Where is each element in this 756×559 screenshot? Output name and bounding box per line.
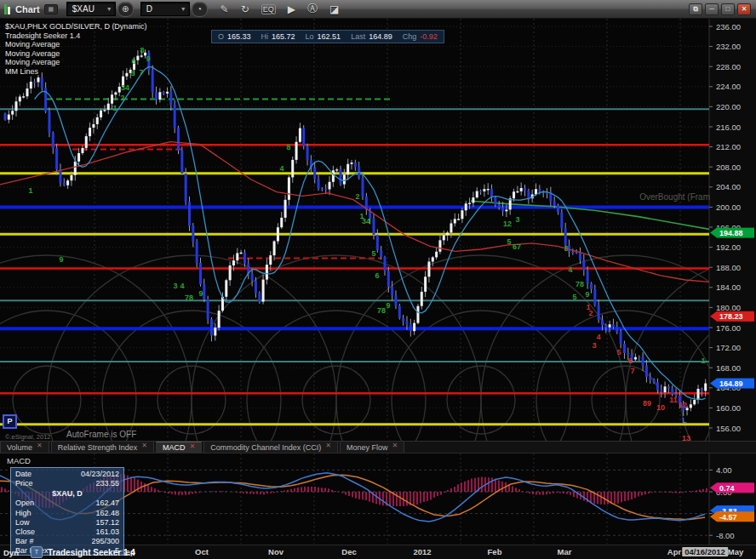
- tab-close-icon[interactable]: ✕: [190, 442, 196, 450]
- tab-volume[interactable]: Volume✕: [0, 442, 49, 453]
- time-label-oct: Oct: [195, 547, 209, 556]
- count-annotation: 10: [656, 403, 665, 412]
- legend-line-2[interactable]: Moving Average: [5, 40, 146, 49]
- svg-text:164.89: 164.89: [719, 379, 743, 388]
- price-tick-label: 232.00: [716, 42, 741, 51]
- quote-info-strip: O165.33Hi165.72Lo162.51Last164.89Chg-0.9…: [211, 30, 444, 43]
- price-tick-label: 208.00: [716, 163, 741, 172]
- count-annotation: 6: [627, 357, 632, 365]
- price-tick-label: 224.00: [716, 82, 741, 91]
- dw-label: Low: [15, 518, 30, 528]
- price-tag: 0.74: [710, 482, 754, 493]
- time-label-apr: Apr: [667, 547, 681, 556]
- tab-money-flow[interactable]: Money Flow✕: [340, 442, 404, 453]
- info-value: -0.92: [420, 32, 438, 41]
- price-tick-label: 236.00: [716, 22, 741, 31]
- count-annotation: 5: [371, 249, 375, 258]
- data-window-title: $XAU, D: [15, 488, 119, 499]
- price-tick-label: 212.00: [716, 142, 741, 151]
- count-annotation: 3: [515, 215, 519, 224]
- count-annotation: 5: [507, 237, 511, 246]
- tab-commodity-channel-index-cci-[interactable]: Commodity Channel Index (CCI)✕: [203, 442, 338, 453]
- count-annotation: 78: [185, 294, 193, 302]
- dw-label: Open: [15, 499, 34, 508]
- svg-text:178.23: 178.23: [719, 312, 743, 321]
- tab-label: Money Flow: [346, 443, 388, 452]
- count-annotation: 2: [120, 94, 124, 102]
- info-value: 165.33: [227, 32, 251, 41]
- info-label: Chg: [403, 32, 417, 41]
- study-legend[interactable]: $XAU,PHLX GOLD/SILVER, D (Dynamic)Trades…: [5, 22, 146, 77]
- main-chart-bg[interactable]: [0, 19, 756, 441]
- dw-value: 04/23/2012: [81, 470, 119, 479]
- overbought-label: OverBought (Fram: [587, 192, 710, 202]
- tab-macd[interactable]: MACD✕: [156, 442, 202, 453]
- indicator-tabs: Volume✕Relative Strength Index✕MACD✕Comm…: [0, 441, 756, 453]
- count-annotation: 67: [513, 242, 521, 251]
- count-annotation: 3: [592, 341, 596, 350]
- info-value: 162.51: [318, 32, 341, 41]
- count-annotation: 9: [386, 301, 390, 310]
- info-value: 164.89: [369, 32, 392, 41]
- count-annotation: 34: [121, 83, 129, 92]
- time-label-may: May: [728, 547, 743, 556]
- dw-label: High: [15, 509, 32, 518]
- count-annotation: 1: [701, 357, 705, 365]
- tab-close-icon[interactable]: ✕: [37, 442, 43, 449]
- dw-value: 161.03: [95, 528, 119, 537]
- count-annotation: 8: [286, 143, 290, 151]
- time-label-nov: Nov: [268, 547, 284, 556]
- price-tick-label: 188.00: [716, 263, 741, 272]
- price-tick-label: 168.00: [716, 363, 741, 373]
- esignal-copyright: ©.eSignal, 2012: [5, 433, 50, 441]
- data-window-row: Date04/23/2012: [15, 470, 119, 479]
- count-annotation: 9: [585, 290, 589, 299]
- tab-close-icon[interactable]: ✕: [325, 442, 331, 449]
- status-bar: Dyn T Tradesight Seeker 1.4: [3, 546, 135, 558]
- price-tick-label: 204.00: [716, 182, 741, 191]
- price-tick-label: 156.00: [716, 424, 741, 433]
- price-tick-label: 192.00: [716, 242, 741, 252]
- macd-tick-label: -8.00: [716, 531, 735, 540]
- count-annotation: 5: [616, 348, 621, 357]
- svg-text:-4.57: -4.57: [719, 513, 737, 522]
- info-label: Last: [351, 32, 365, 41]
- count-annotation: 78: [576, 280, 584, 288]
- time-label-feb: Feb: [488, 547, 502, 556]
- count-annotation: 12: [503, 220, 512, 228]
- legend-line-1[interactable]: Tradesight Seeker 1.4: [5, 31, 146, 41]
- count-annotation: 9: [59, 255, 63, 264]
- count-annotation: 2: [355, 192, 359, 201]
- price-tick-label: 220.00: [716, 102, 741, 111]
- legend-line-0[interactable]: $XAU,PHLX GOLD/SILVER, D (Dynamic): [5, 22, 146, 31]
- price-tick-label: 176.00: [716, 323, 741, 333]
- count-annotation: 12: [679, 401, 687, 409]
- dw-value: 157.12: [95, 518, 119, 528]
- count-annotation: 9: [198, 289, 203, 298]
- tab-close-icon[interactable]: ✕: [141, 442, 147, 449]
- info-label: Hi: [261, 32, 269, 41]
- time-label-2012: 2012: [413, 547, 431, 556]
- price-tick-label: 172.00: [716, 343, 741, 352]
- count-annotation: 4: [568, 265, 572, 274]
- legend-line-4[interactable]: Moving Average: [5, 58, 146, 67]
- chart-window: 1234576981934789482134567891235673478591…: [0, 0, 756, 559]
- tab-relative-strength-index[interactable]: Relative Strength Index✕: [51, 442, 154, 453]
- count-annotation: 4: [279, 164, 284, 173]
- data-window-row: Low157.12: [15, 518, 119, 528]
- tab-label: Commodity Channel Index (CCI): [210, 443, 321, 452]
- count-annotation: 11: [669, 396, 678, 404]
- price-tick-label: 184.00: [716, 282, 741, 292]
- tab-label: Relative Strength Index: [58, 443, 138, 452]
- legend-line-3[interactable]: Moving Average: [5, 49, 146, 59]
- data-window: Date04/23/2012Price233.55$XAU, DOpen162.…: [10, 467, 124, 556]
- dw-value: 233.55: [95, 479, 119, 488]
- price-tick-label: 160.00: [716, 403, 741, 413]
- legend-line-5[interactable]: MM Lines: [5, 67, 146, 77]
- count-annotation: 34: [362, 217, 370, 225]
- tab-label: MACD: [163, 443, 186, 452]
- price-tag: 194.88: [710, 228, 754, 238]
- tab-close-icon[interactable]: ✕: [392, 442, 398, 449]
- dw-value: 162.47: [95, 499, 119, 508]
- price-tick-label: 216.00: [716, 123, 741, 132]
